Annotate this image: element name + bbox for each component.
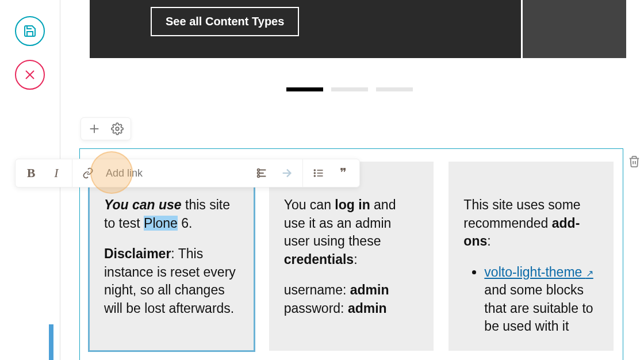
text-bold: admin bbox=[350, 282, 389, 297]
highlighted-text: Plone bbox=[144, 216, 178, 231]
external-link-icon: ↗ bbox=[586, 269, 593, 278]
delete-block-button[interactable] bbox=[628, 155, 641, 170]
col3-list[interactable]: volto-light-theme ↗ and some blocks that… bbox=[484, 263, 599, 336]
text-bold: credentials bbox=[284, 252, 354, 267]
svg-point-13 bbox=[314, 175, 315, 177]
blockquote-button[interactable]: ❞ bbox=[336, 166, 351, 181]
col2-credentials[interactable]: username: admin password: admin bbox=[284, 281, 419, 317]
text: 6. bbox=[178, 216, 193, 231]
toolbar-link-segment bbox=[72, 159, 302, 187]
hero-banner: See all Content Types bbox=[90, 0, 521, 58]
pager-dot-2[interactable] bbox=[331, 87, 368, 91]
toolbar-list-segment: ❞ bbox=[302, 159, 359, 187]
add-block-button[interactable] bbox=[88, 122, 101, 135]
text-bold-italic: You can use bbox=[104, 197, 182, 212]
see-all-content-types-button[interactable]: See all Content Types bbox=[151, 7, 299, 36]
pager-dot-3[interactable] bbox=[376, 87, 413, 91]
text-bold: admin bbox=[348, 301, 387, 316]
grid-column-1[interactable]: You can use this site to test Plone 6. D… bbox=[89, 162, 254, 351]
text: : bbox=[354, 252, 357, 267]
col3-paragraph-1[interactable]: This site uses some recommended add-ons: bbox=[463, 196, 599, 251]
svg-point-9 bbox=[314, 170, 315, 171]
hero-side-panel bbox=[523, 0, 626, 58]
text: and some blocks that are suitable to be … bbox=[484, 282, 593, 334]
text: password: bbox=[284, 301, 348, 316]
pager-dot-1[interactable] bbox=[286, 87, 323, 91]
object-browser-button[interactable] bbox=[254, 166, 269, 181]
bold-button[interactable]: B bbox=[24, 166, 39, 181]
svg-point-7 bbox=[258, 175, 260, 178]
save-button[interactable] bbox=[15, 16, 45, 46]
volto-light-theme-link[interactable]: volto-light-theme ↗ bbox=[484, 265, 593, 279]
text: You can bbox=[284, 197, 335, 212]
italic-button[interactable]: I bbox=[49, 166, 64, 181]
text: username: bbox=[284, 282, 350, 297]
bullet-list-button[interactable] bbox=[311, 166, 326, 181]
svg-point-11 bbox=[314, 173, 315, 174]
col1-paragraph-2[interactable]: Disclaimer: This instance is reset every… bbox=[104, 245, 239, 317]
svg-point-4 bbox=[116, 127, 119, 131]
grid-column-3[interactable]: This site uses some recommended add-ons:… bbox=[448, 162, 614, 351]
cancel-button[interactable] bbox=[15, 60, 45, 90]
grid-column-2[interactable]: You can log in and use it as an admin us… bbox=[269, 162, 434, 351]
submit-link-button[interactable] bbox=[279, 166, 294, 181]
svg-point-5 bbox=[258, 169, 260, 171]
carousel-pager bbox=[286, 87, 413, 91]
text-bold: log in bbox=[335, 197, 370, 212]
link-url-input[interactable] bbox=[106, 167, 244, 179]
block-controls bbox=[80, 117, 131, 140]
link-toolbar: B I bbox=[15, 159, 360, 187]
col1-paragraph-1[interactable]: You can use this site to test Plone 6. bbox=[104, 196, 239, 232]
col2-paragraph-1[interactable]: You can log in and use it as an admin us… bbox=[284, 196, 419, 269]
text-bold: Disclaimer bbox=[104, 246, 171, 261]
block-vertical-indicator bbox=[49, 324, 53, 360]
list-item[interactable]: volto-light-theme ↗ and some blocks that… bbox=[484, 263, 599, 336]
link-icon[interactable] bbox=[80, 166, 95, 181]
block-settings-button[interactable] bbox=[111, 122, 124, 135]
svg-point-6 bbox=[258, 172, 260, 174]
text: : bbox=[487, 233, 490, 248]
toolbar-format-segment: B I bbox=[16, 159, 72, 187]
